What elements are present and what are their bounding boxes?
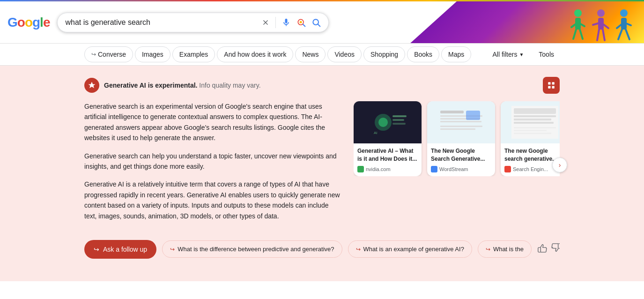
tools-button[interactable]: Tools bbox=[533, 47, 560, 62]
svg-line-23 bbox=[618, 30, 622, 39]
tab-shopping[interactable]: Shopping bbox=[363, 46, 405, 62]
svg-rect-47 bbox=[514, 119, 551, 120]
tab-books[interactable]: Books bbox=[407, 46, 439, 62]
card-searchengine-image bbox=[501, 101, 560, 143]
svg-rect-50 bbox=[514, 130, 547, 131]
ai-paragraph-3: Generative AI is a relatively intuitive … bbox=[84, 179, 342, 221]
svg-rect-48 bbox=[514, 122, 554, 124]
tab-maps-label: Maps bbox=[448, 51, 464, 58]
followup-chip-1[interactable]: ↪ What is the difference between predict… bbox=[162, 240, 342, 258]
svg-rect-34 bbox=[392, 123, 406, 125]
tab-examples[interactable]: Examples bbox=[172, 46, 215, 62]
followup-chip-2[interactable]: ↪ What is an example of generative AI? bbox=[348, 240, 472, 258]
tab-examples-label: Examples bbox=[179, 51, 208, 58]
nav-tabs: ↪ Converse Images Examples And how does … bbox=[0, 44, 644, 66]
header: Google bbox=[0, 1, 644, 44]
tab-news[interactable]: News bbox=[295, 46, 326, 62]
search-button[interactable] bbox=[311, 18, 321, 27]
card-searchengine-source: Search Engin... bbox=[504, 166, 560, 172]
ai-answer-header: Generative AI is experimental. Info qual… bbox=[84, 77, 560, 94]
all-filters-label: All filters bbox=[493, 51, 518, 58]
tab-books-label: Books bbox=[414, 51, 432, 58]
thumbs-down-button[interactable] bbox=[551, 243, 560, 255]
ai-answer-section: Generative search is an experimental ver… bbox=[84, 101, 560, 229]
card-wordstream-image bbox=[427, 101, 495, 143]
card-searchengine-body: The new Google search generative... Sear… bbox=[501, 143, 560, 176]
grid-view-button[interactable] bbox=[543, 77, 560, 94]
card-nvidia-body: Generative AI – What is it and How Does … bbox=[354, 143, 422, 176]
chip1-arrow-icon: ↪ bbox=[170, 246, 175, 253]
svg-point-4 bbox=[300, 21, 302, 23]
ai-icon bbox=[84, 78, 99, 93]
svg-rect-25 bbox=[548, 82, 550, 84]
svg-rect-41 bbox=[466, 111, 480, 120]
nvidia-source-text: nvidia.com bbox=[366, 166, 391, 172]
followup-chip-3[interactable]: ↪ What is the bbox=[478, 240, 532, 258]
svg-rect-33 bbox=[392, 119, 404, 121]
cards-section: AI Generative AI – What is it and How Do… bbox=[354, 101, 560, 229]
svg-rect-43 bbox=[440, 128, 475, 130]
lens-search-button[interactable] bbox=[296, 18, 306, 27]
chip3-arrow-icon: ↪ bbox=[486, 246, 490, 253]
svg-rect-40 bbox=[440, 121, 481, 122]
ai-paragraph-2: Generative search can help you understan… bbox=[84, 151, 342, 172]
svg-point-31 bbox=[378, 118, 388, 127]
tab-videos[interactable]: Videos bbox=[327, 46, 362, 62]
tab-converse-label: Converse bbox=[98, 51, 126, 58]
nvidia-source-icon bbox=[357, 166, 364, 172]
followup-section: ↪ Ask a follow up ↪ What is the differen… bbox=[84, 240, 560, 259]
wordstream-source-icon bbox=[431, 166, 437, 172]
ai-header-subtext: Info quality may vary. bbox=[199, 82, 260, 89]
feedback-section bbox=[537, 243, 560, 255]
chip1-label: What is the difference between predictiv… bbox=[178, 246, 334, 253]
card-nvidia[interactable]: AI Generative AI – What is it and How Do… bbox=[354, 101, 422, 176]
card-nvidia-image: AI bbox=[354, 101, 422, 143]
tab-converse[interactable]: ↪ Converse bbox=[84, 46, 133, 62]
search-divider bbox=[275, 17, 276, 28]
card-searchengine[interactable]: The new Google search generative... Sear… bbox=[501, 101, 560, 176]
svg-line-18 bbox=[603, 30, 605, 40]
card-nvidia-source: nvidia.com bbox=[357, 166, 418, 172]
ask-followup-button[interactable]: ↪ Ask a follow up bbox=[84, 240, 156, 259]
svg-rect-28 bbox=[552, 86, 555, 89]
clear-button[interactable] bbox=[261, 18, 270, 27]
svg-line-6 bbox=[318, 24, 320, 26]
ai-paragraph-1: Generative search is an experimental ver… bbox=[84, 101, 342, 143]
ai-header-bold: Generative AI is experimental. bbox=[104, 82, 197, 89]
svg-line-3 bbox=[303, 24, 305, 26]
tab-shopping-label: Shopping bbox=[370, 51, 398, 58]
ai-text-section: Generative search is an experimental ver… bbox=[84, 101, 342, 229]
svg-rect-27 bbox=[548, 86, 550, 89]
voice-search-button[interactable] bbox=[281, 18, 291, 27]
card-wordstream[interactable]: The New Google Search Generative... Word… bbox=[427, 101, 495, 176]
tab-and-how[interactable]: And how does it work bbox=[217, 46, 293, 62]
card-wordstream-body: The New Google Search Generative... Word… bbox=[427, 143, 495, 176]
thumbs-up-button[interactable] bbox=[537, 243, 548, 255]
svg-point-13 bbox=[597, 9, 605, 17]
cards-next-button[interactable]: › bbox=[552, 157, 567, 172]
card-searchengine-title: The new Google search generative... bbox=[504, 147, 560, 163]
svg-line-12 bbox=[580, 30, 583, 39]
svg-text:AI: AI bbox=[374, 131, 378, 135]
all-filters-button[interactable]: All filters ▼ bbox=[487, 47, 530, 62]
card-wordstream-source: WordStream bbox=[431, 166, 491, 172]
svg-rect-46 bbox=[514, 115, 556, 117]
tab-news-label: News bbox=[302, 51, 318, 58]
svg-point-19 bbox=[620, 9, 628, 17]
chip2-label: What is an example of generative AI? bbox=[363, 246, 464, 253]
tab-videos-label: Videos bbox=[334, 51, 355, 58]
svg-rect-51 bbox=[514, 133, 551, 134]
ask-followup-label: Ask a follow up bbox=[103, 246, 147, 253]
svg-rect-45 bbox=[514, 108, 556, 114]
svg-line-24 bbox=[626, 30, 629, 39]
card-nvidia-title: Generative AI – What is it and How Does … bbox=[357, 147, 418, 163]
header-decoration-figures bbox=[568, 1, 635, 44]
svg-rect-32 bbox=[392, 115, 407, 117]
svg-point-7 bbox=[574, 9, 582, 17]
card-wordstream-title: The New Google Search Generative... bbox=[431, 147, 491, 163]
tab-maps[interactable]: Maps bbox=[441, 46, 471, 62]
tab-images[interactable]: Images bbox=[135, 46, 170, 62]
search-input[interactable] bbox=[65, 18, 258, 27]
svg-rect-42 bbox=[440, 126, 482, 127]
wordstream-source-text: WordStream bbox=[439, 166, 468, 172]
